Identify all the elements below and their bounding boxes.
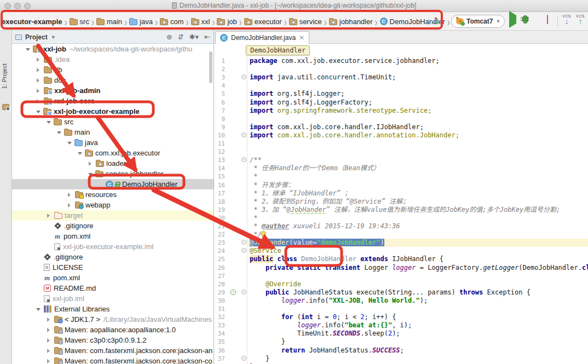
collapsed-arrow-icon[interactable] <box>47 349 50 353</box>
code-line-11[interactable]: 11 <box>214 140 588 148</box>
tree-item-license[interactable]: LICENSE <box>12 262 214 273</box>
code-line-1[interactable]: 1package com.xxl.job.executor.service.jo… <box>214 57 588 65</box>
code-line-9[interactable]: 9import com.xxl.job.core.handler.IJobHan… <box>214 123 588 131</box>
code-line-34[interactable]: 34 TimeUnit.SECONDS.sleep(2); <box>214 330 588 338</box>
tree-scrollbar[interactable] <box>209 51 212 83</box>
tree-item-resources[interactable]: resources <box>12 189 214 200</box>
breadcrumb-item-service[interactable]: service <box>289 18 322 26</box>
expanded-arrow-icon[interactable] <box>67 142 72 145</box>
chevron-down-icon[interactable]: ▼ <box>51 34 56 40</box>
hide-panel-icon[interactable]: ⇤ <box>204 33 210 41</box>
code-line-17[interactable]: 17 * 1、继承 “IJobHandler” ； <box>214 189 588 198</box>
breadcrumb-item-executor-example[interactable]: executor-example <box>2 18 62 26</box>
tree-item-java[interactable]: java <box>12 137 214 148</box>
collapsed-arrow-icon[interactable] <box>37 78 39 83</box>
tree-item-service-jobhandler[interactable]: service.jobhandler <box>12 169 214 179</box>
code-line-7[interactable]: 7import org.springframework.stereotype.S… <box>214 107 588 115</box>
expanded-arrow-icon[interactable] <box>26 48 30 51</box>
overriding-method-icon[interactable]: ↑ <box>230 290 236 295</box>
collapsed-arrow-icon[interactable] <box>89 161 91 166</box>
collapsed-arrow-icon[interactable] <box>68 203 71 207</box>
expanded-arrow-icon[interactable] <box>57 131 61 134</box>
breadcrumb-item-com[interactable]: com <box>160 18 184 26</box>
code-line-30[interactable]: 30 logger.info("XXL-JOB, Hello World."); <box>214 297 588 305</box>
code-line-23[interactable]: 23−@JobHander(value="demoJobHandler") <box>214 239 588 247</box>
code-line-29[interactable]: 29↑− public JobHandleStatus execute(Stri… <box>214 288 588 297</box>
tree-item-readme-md[interactable]: README.md <box>12 283 214 293</box>
collapse-all-icon[interactable]: ⇵ <box>178 33 184 41</box>
code-line-24[interactable]: 24−@Service <box>214 247 588 255</box>
locate-file-icon[interactable]: ⊕ <box>166 33 172 41</box>
code-line-32[interactable]: 32 for (int i = 0; i < 2; i++) { <box>214 313 588 321</box>
tree-item-xxl-job-admin[interactable]: xxl-job-admin <box>12 85 214 96</box>
code-line-13[interactable]: 13−/** <box>214 156 588 164</box>
tree-item--idea[interactable]: .idea <box>12 54 214 65</box>
tree-item-demojobhandler[interactable]: DemoJobHandler <box>12 179 214 189</box>
tree-item-maven-com-fasterxml-jackson-core-jackson-co[interactable]: Maven: com.fasterxml.jackson.core:jackso… <box>12 356 214 364</box>
breadcrumb-item-main[interactable]: main <box>96 18 122 26</box>
fold-marker-icon[interactable]: − <box>241 240 246 245</box>
code-line-15[interactable]: 15 * <box>214 172 588 181</box>
intention-bulb-icon[interactable] <box>261 231 266 236</box>
tree-item-maven-com-fasterxml-jackson-core-jackson-an[interactable]: Maven: com.fasterxml.jackson.core:jackso… <box>12 345 214 356</box>
stop-button[interactable] <box>547 15 548 24</box>
tree-item-maven-c3p0-c3p0-0-9-1-2[interactable]: Maven: c3p0:c3p0:0.9.1.2 <box>12 335 214 345</box>
tree-item-xxl-job-core[interactable]: xxl-job-core <box>12 96 214 106</box>
code-line-6[interactable]: 6import org.slf4j.LoggerFactory; <box>214 99 588 107</box>
collapsed-arrow-icon[interactable] <box>37 57 39 62</box>
fold-marker-icon[interactable]: − <box>241 248 246 253</box>
breadcrumb-item-jobhandler[interactable]: jobhandler <box>329 18 373 26</box>
tree-item-xxl-job-executor-example[interactable]: xxl-job-executor-example <box>12 106 214 117</box>
tree-item-webapp[interactable]: webapp <box>12 200 214 210</box>
collapsed-arrow-icon[interactable] <box>37 68 39 72</box>
tree-item--gitignore[interactable]: .gitignore <box>12 252 214 262</box>
code-line-4[interactable]: 4 <box>214 82 588 90</box>
code-line-5[interactable]: 5import org.slf4j.Logger; <box>214 90 588 98</box>
expanded-arrow-icon[interactable] <box>78 152 82 155</box>
tree-item--jdk1-7-[interactable]: < JDK1.7 >/Library/Java/JavaVirtualMachi… <box>12 314 214 325</box>
collapsed-arrow-icon[interactable] <box>47 328 50 332</box>
code-line-35[interactable]: 35 } <box>214 338 588 346</box>
tab-demojobhandler[interactable]: DemoJobHandler.java ✕ <box>215 31 309 44</box>
close-tab-icon[interactable]: ✕ <box>299 34 304 42</box>
code-line-10[interactable]: 10−import com.xxl.job.core.handler.annot… <box>214 131 588 140</box>
breadcrumb-item-job[interactable]: job <box>217 18 237 26</box>
expanded-arrow-icon[interactable] <box>88 173 93 176</box>
tree-item-external-libraries[interactable]: External Libraries <box>12 304 214 314</box>
collapsed-arrow-icon[interactable] <box>47 338 50 343</box>
tree-item-xxl-job-executor-example-iml[interactable]: xxl-job-executor-example.iml <box>12 241 214 252</box>
tree-item-com-xxl-job-executor[interactable]: com.xxl.job.executor <box>12 148 214 158</box>
code-line-31[interactable]: 31 <box>214 305 588 313</box>
code-line-19[interactable]: 19 * 3、加 “@JobHander” 注解，注解value值为新增任务生成… <box>214 206 588 214</box>
tree-item-src[interactable]: src <box>12 117 214 127</box>
code-line-14[interactable]: 14 * 任务Handler的一个Demo（Bean模式） <box>214 164 588 172</box>
code-line-27[interactable]: 27 <box>214 272 588 280</box>
tree-item-pom-xml[interactable]: mpom.xml <box>12 273 214 283</box>
run-button[interactable] <box>509 15 516 24</box>
code-line-2[interactable]: 2 <box>214 65 588 73</box>
breadcrumb-item-xxl[interactable]: xxl <box>191 18 210 26</box>
tree-item--gitignore[interactable]: .gitignore <box>12 221 214 231</box>
tree-item-db[interactable]: db <box>12 65 214 75</box>
vcs-commit-button[interactable]: VCS↑ <box>575 14 586 25</box>
expanded-arrow-icon[interactable] <box>36 111 41 113</box>
vcs-update-button[interactable]: VCS↓ <box>561 14 572 25</box>
fold-marker-icon[interactable]: − <box>241 74 246 79</box>
run-configuration-select[interactable]: Tomcat7 ▼ <box>451 15 505 28</box>
code-line-36[interactable]: 36 return JobHandleStatus.SUCCESS; <box>214 346 588 355</box>
code-line-33[interactable]: 33 logger.info("beat at:{}", i); <box>214 321 588 330</box>
collapsed-arrow-icon[interactable] <box>47 359 50 363</box>
code-line-25[interactable]: 25public class DemoJobHandler extends IJ… <box>214 255 588 263</box>
collapsed-arrow-icon[interactable] <box>47 317 50 322</box>
code-line-20[interactable]: 20 * <box>214 214 588 222</box>
settings-gear-icon[interactable]: ✱▾ <box>189 33 199 41</box>
tree-item-doc[interactable]: doc <box>12 75 214 85</box>
code-line-22[interactable]: 22 */ <box>214 230 588 239</box>
expanded-arrow-icon[interactable] <box>36 308 41 311</box>
collapsed-arrow-icon[interactable] <box>68 193 71 197</box>
code-line-21[interactable]: 21 * @author xuxueli 2015-12-19 19:43:36 <box>214 222 588 230</box>
code-line-12[interactable]: 12 <box>214 148 588 156</box>
tree-item-target[interactable]: target <box>12 210 214 221</box>
tree-item-maven-aopalliance-aopalliance-1-0[interactable]: Maven: aopalliance:aopalliance:1.0 <box>12 325 214 335</box>
project-tool-icon[interactable] <box>2 104 9 110</box>
